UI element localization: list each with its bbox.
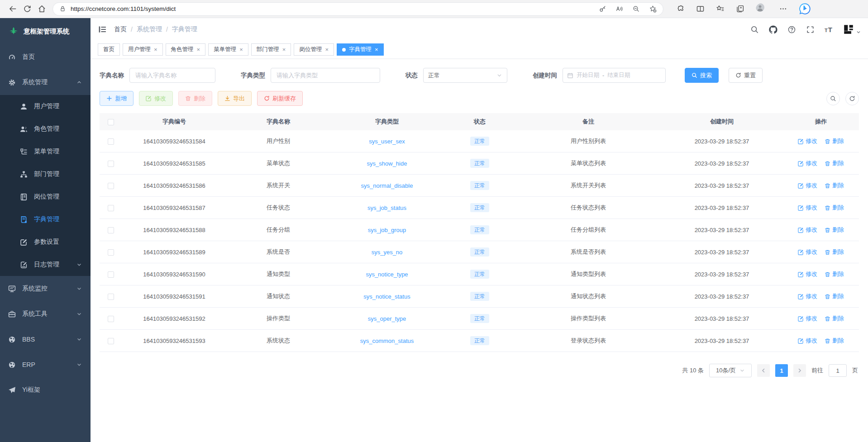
table-row[interactable]: 1641030593246531584用户性别sys_user_sex正常用户性… — [100, 130, 859, 152]
fullscreen-icon[interactable] — [806, 25, 815, 34]
row-edit-link[interactable]: 修改 — [798, 292, 817, 300]
tab-close-icon[interactable]: × — [239, 47, 243, 52]
help-icon[interactable] — [787, 25, 796, 34]
row-checkbox[interactable] — [108, 161, 114, 167]
row-delete-link[interactable]: 删除 — [825, 181, 844, 190]
read-aloud-icon[interactable] — [615, 5, 623, 13]
row-edit-link[interactable]: 修改 — [798, 181, 817, 190]
edit-button[interactable]: 修改 — [139, 91, 173, 106]
row-delete-link[interactable]: 删除 — [825, 292, 844, 300]
tab-post-mgmt[interactable]: 岗位管理× — [294, 43, 334, 56]
sidebar-item-dept-mgmt[interactable]: 部门管理 — [0, 163, 91, 185]
add-button[interactable]: 新增 — [100, 91, 134, 106]
row-checkbox[interactable] — [108, 271, 114, 278]
row-edit-link[interactable]: 修改 — [798, 159, 817, 167]
tab-close-icon[interactable]: × — [154, 47, 157, 52]
row-edit-link[interactable]: 修改 — [798, 137, 817, 145]
collections-icon[interactable] — [736, 5, 744, 13]
url-text[interactable]: https://ccnetcore.com:1101/system/dict — [71, 5, 176, 12]
table-row[interactable]: 1641030593246531587任务状态sys_job_status正常任… — [100, 197, 859, 219]
row-delete-link[interactable]: 删除 — [825, 314, 844, 323]
table-row[interactable]: 1641030593246531592操作类型sys_oper_type正常操作… — [100, 308, 859, 330]
browser-menu-dots-icon[interactable] — [779, 5, 787, 13]
sidebar-item-menu-mgmt[interactable]: 菜单管理 — [0, 140, 91, 163]
next-page-button[interactable] — [793, 364, 806, 377]
row-checkbox[interactable] — [108, 227, 114, 233]
dict-type-link[interactable]: sys_notice_status — [363, 293, 410, 300]
prev-page-button[interactable] — [757, 364, 770, 377]
row-checkbox[interactable] — [108, 338, 114, 344]
tab-home[interactable]: 首页 — [98, 43, 120, 56]
row-delete-link[interactable]: 删除 — [825, 226, 844, 234]
browser-home-button[interactable] — [34, 2, 49, 16]
dict-type-link[interactable]: sys_notice_type — [366, 271, 408, 278]
dict-type-link[interactable]: sys_job_group — [368, 227, 406, 233]
row-edit-link[interactable]: 修改 — [798, 270, 817, 278]
user-avatar-menu[interactable] — [843, 24, 861, 35]
page-number-1[interactable]: 1 — [775, 364, 788, 377]
header-search-icon[interactable] — [750, 25, 759, 34]
sidebar-item-system-mgmt[interactable]: 系统管理 — [0, 70, 91, 95]
refresh-table-button[interactable] — [845, 92, 859, 105]
table-row[interactable]: 1641030593246531591通知状态sys_notice_status… — [100, 285, 859, 308]
sidebar-item-sys-monitor[interactable]: 系统监控 — [0, 276, 91, 301]
row-delete-link[interactable]: 删除 — [825, 248, 844, 256]
sidebar-item-user-mgmt[interactable]: 用户管理 — [0, 95, 91, 118]
tab-close-icon[interactable]: × — [282, 47, 286, 52]
row-edit-link[interactable]: 修改 — [798, 248, 817, 256]
breadcrumb-dict[interactable]: 字典管理 — [172, 25, 197, 33]
table-row[interactable]: 1641030593246531590通知类型sys_notice_type正常… — [100, 263, 859, 285]
status-select[interactable]: 正常 — [423, 68, 507, 83]
font-size-icon[interactable]: TT — [825, 26, 833, 33]
sidebar-item-role-mgmt[interactable]: 角色管理 — [0, 118, 91, 140]
dict-name-input[interactable] — [129, 68, 215, 83]
favorites-hub-icon[interactable] — [716, 5, 725, 13]
dict-type-link[interactable]: sys_yes_no — [372, 249, 403, 256]
tab-menu-mgmt[interactable]: 菜单管理× — [208, 43, 248, 56]
sidebar-item-yi-frame[interactable]: Yi框架 — [0, 377, 91, 403]
tab-close-icon[interactable]: × — [197, 47, 200, 52]
sidebar-item-log-mgmt[interactable]: 日志管理 — [0, 253, 91, 276]
row-checkbox[interactable] — [108, 294, 114, 300]
dict-type-input[interactable] — [271, 68, 380, 83]
dict-type-link[interactable]: sys_oper_type — [368, 315, 406, 322]
row-checkbox[interactable] — [108, 138, 114, 145]
export-button[interactable]: 导出 — [218, 91, 252, 106]
breadcrumb-system[interactable]: 系统管理 — [137, 25, 162, 33]
row-checkbox[interactable] — [108, 249, 114, 256]
browser-back-button[interactable] — [5, 2, 20, 16]
row-edit-link[interactable]: 修改 — [798, 226, 817, 234]
sidebar-item-post-mgmt[interactable]: 岗位管理 — [0, 185, 91, 208]
extensions-icon[interactable] — [676, 5, 685, 13]
breadcrumb-home[interactable]: 首页 — [114, 25, 127, 33]
row-checkbox[interactable] — [108, 316, 114, 322]
password-key-icon[interactable] — [599, 5, 606, 13]
table-row[interactable]: 1641030593246531585菜单状态sys_show_hide正常菜单… — [100, 152, 859, 175]
search-button[interactable]: 搜索 — [685, 68, 719, 83]
sidebar-item-dict-mgmt[interactable]: 字典管理 — [0, 208, 91, 231]
show-search-toggle-button[interactable] — [826, 92, 840, 105]
row-checkbox[interactable] — [108, 205, 114, 211]
sidebar-item-erp[interactable]: ERP — [0, 352, 91, 377]
add-favorite-star-icon[interactable] — [649, 5, 657, 13]
sidebar-fold-icon[interactable] — [98, 25, 107, 34]
tab-role-mgmt[interactable]: 角色管理× — [166, 43, 206, 56]
dict-type-link[interactable]: sys_normal_disable — [361, 182, 413, 189]
sidebar-item-home[interactable]: 首页 — [0, 44, 91, 70]
split-screen-icon[interactable] — [696, 5, 705, 13]
sidebar-item-param-set[interactable]: 参数设置 — [0, 231, 91, 253]
dict-type-link[interactable]: sys_job_status — [367, 204, 406, 211]
tab-user-mgmt[interactable]: 用户管理× — [123, 43, 163, 56]
row-edit-link[interactable]: 修改 — [798, 204, 817, 212]
dict-type-link[interactable]: sys_user_sex — [369, 138, 405, 145]
tab-dict-mgmt[interactable]: 字典管理× — [337, 43, 384, 56]
table-row[interactable]: 1641030593246531586系统开关sys_normal_disabl… — [100, 175, 859, 197]
tab-close-icon[interactable]: × — [325, 47, 329, 52]
row-checkbox[interactable] — [108, 183, 114, 189]
github-icon[interactable] — [769, 25, 777, 34]
dict-type-link[interactable]: sys_show_hide — [367, 160, 407, 167]
date-range-picker[interactable]: 开始日期 - 结束日期 — [563, 68, 666, 83]
browser-profile-avatar[interactable] — [756, 3, 768, 15]
row-edit-link[interactable]: 修改 — [798, 314, 817, 323]
refresh-cache-button[interactable]: 刷新缓存 — [257, 91, 303, 106]
